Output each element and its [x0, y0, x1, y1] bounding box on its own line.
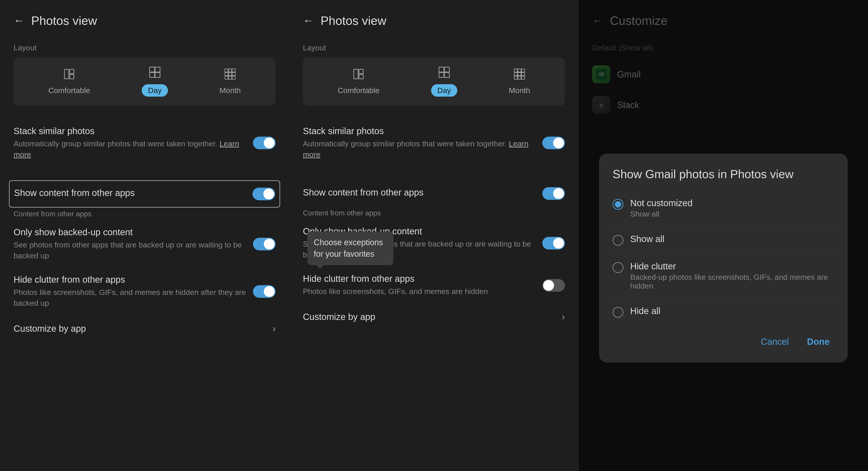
radio-btn-show-all — [613, 235, 623, 246]
backed-up-toggle-1[interactable] — [253, 238, 276, 250]
dialog-overlay: Show Gmail photos in Photos view Not cus… — [579, 0, 868, 471]
day-icon-2 — [438, 67, 450, 80]
customize-by-app-nav-1[interactable]: Customize by app › — [13, 315, 276, 342]
radio-not-customized[interactable]: Not customized Show all — [613, 193, 834, 224]
content-from-apps-label-1: Content from other apps — [13, 210, 276, 218]
radio-btn-hide-clutter — [613, 262, 623, 273]
svg-rect-13 — [225, 76, 228, 79]
panel2-title: Photos view — [320, 13, 386, 28]
layout-day-2[interactable]: Day — [431, 67, 457, 97]
backed-up-toggle-2[interactable] — [542, 237, 565, 249]
stack-similar-content-2: Stack similar photos Automatically group… — [303, 126, 542, 160]
svg-rect-26 — [514, 72, 518, 76]
day-icon-1 — [149, 67, 160, 80]
not-customized-sublabel: Show all — [630, 209, 692, 218]
radio-hide-clutter[interactable]: Hide clutter Backed-up photos like scree… — [613, 256, 834, 296]
layout-comfortable-2[interactable]: Comfortable — [338, 68, 379, 95]
svg-rect-11 — [228, 72, 232, 76]
hide-clutter-content-1: Hide clutter from other apps Photos like… — [13, 275, 253, 308]
stack-similar-desc-1: Automatically group similar photos that … — [13, 138, 246, 160]
stack-similar-toggle-2[interactable] — [542, 137, 565, 149]
stack-similar-setting-2[interactable]: Stack similar photos Automatically group… — [303, 119, 565, 167]
panel-photos-view-1: ← Photos view Layout Comfortable — [0, 0, 289, 471]
backed-up-setting-1[interactable]: Only show backed-up content See photos f… — [13, 221, 276, 268]
show-gmail-dialog: Show Gmail photos in Photos view Not cus… — [599, 154, 848, 362]
svg-rect-4 — [155, 67, 160, 72]
dialog-done-button[interactable]: Done — [802, 334, 834, 349]
radio-btn-hide-all — [613, 307, 623, 318]
dialog-title: Show Gmail photos in Photos view — [613, 167, 834, 181]
month-label-2: Month — [509, 86, 530, 95]
dialog-divider-3 — [613, 298, 834, 298]
svg-rect-28 — [522, 72, 525, 76]
hide-clutter-tooltip-2: Choose exceptions for your favorites — [307, 231, 393, 265]
back-button-1[interactable]: ← — [13, 15, 24, 26]
hide-clutter-thumb-1 — [264, 286, 275, 297]
show-content-title-1: Show content from other apps — [14, 188, 246, 198]
show-content-toggle-2[interactable] — [542, 187, 565, 200]
svg-rect-27 — [518, 72, 521, 76]
svg-rect-30 — [518, 76, 521, 79]
layout-month-1[interactable]: Month — [219, 68, 241, 95]
svg-rect-10 — [225, 72, 228, 76]
dialog-divider-1 — [613, 226, 834, 226]
content-from-apps-label-2: Content from other apps — [303, 209, 565, 217]
show-content-title-2: Show content from other apps — [303, 188, 535, 198]
svg-rect-9 — [232, 69, 235, 72]
customize-by-app-chevron-2: › — [562, 312, 565, 322]
hide-clutter-toggle-2[interactable] — [542, 279, 565, 292]
dialog-divider-2 — [613, 253, 834, 254]
backed-up-desc-1: See photos from other apps that are back… — [13, 240, 246, 261]
customize-by-app-chevron-1: › — [273, 324, 276, 334]
show-content-thumb-2 — [553, 188, 564, 199]
back-button-2[interactable]: ← — [303, 15, 314, 26]
hide-all-label: Hide all — [630, 306, 660, 316]
dialog-actions: Cancel Done — [613, 334, 834, 349]
hide-clutter-title-2: Hide clutter from other apps — [303, 274, 535, 284]
svg-rect-1 — [70, 69, 74, 74]
svg-rect-7 — [225, 69, 228, 72]
month-icon-1 — [224, 68, 236, 81]
backed-up-thumb-1 — [264, 239, 275, 249]
show-content-toggle-1[interactable] — [252, 188, 275, 200]
radio-hide-all[interactable]: Hide all — [613, 301, 834, 323]
layout-day-1[interactable]: Day — [142, 67, 168, 97]
svg-rect-18 — [359, 74, 363, 79]
show-content-content-2: Show content from other apps — [303, 188, 542, 200]
hide-clutter-setting-2[interactable]: Hide clutter from other apps Photos like… — [303, 267, 565, 304]
day-label-1: Day — [142, 84, 168, 97]
show-content-setting-1[interactable]: Show content from other apps — [9, 180, 280, 207]
radio-btn-not-customized — [613, 199, 623, 210]
hide-all-content: Hide all — [630, 306, 660, 316]
customize-by-app-label-2: Customize by app — [303, 312, 375, 322]
stack-similar-toggle-1[interactable] — [253, 137, 276, 149]
show-content-setting-2[interactable]: Show content from other apps — [303, 180, 565, 207]
hide-clutter-setting-1[interactable]: Hide clutter from other apps Photos like… — [13, 268, 276, 315]
stack-similar-learn-more-1[interactable]: Learn more — [13, 139, 239, 159]
stack-similar-thumb-1 — [264, 137, 275, 148]
panel1-header: ← Photos view — [13, 13, 276, 28]
stack-similar-setting-1[interactable]: Stack similar photos Automatically group… — [13, 119, 276, 167]
hide-clutter-toggle-1[interactable] — [253, 285, 276, 298]
customize-by-app-nav-2[interactable]: Customize by app › — [303, 304, 565, 330]
hide-clutter-dialog-label: Hide clutter — [630, 261, 834, 271]
month-label-1: Month — [219, 86, 241, 95]
layout-selector-1: Comfortable Day — [13, 58, 276, 106]
stack-similar-learn-more-2[interactable]: Learn more — [303, 139, 528, 159]
dialog-cancel-button[interactable]: Cancel — [756, 334, 794, 349]
layout-comfortable-1[interactable]: Comfortable — [49, 68, 90, 95]
svg-rect-0 — [64, 69, 69, 79]
not-customized-label: Not customized — [630, 198, 692, 208]
not-customized-content: Not customized Show all — [630, 198, 692, 218]
hide-clutter-desc-1: Photos like screenshots, GIFs, and memes… — [13, 287, 246, 308]
show-content-content-1: Show content from other apps — [14, 188, 252, 200]
svg-rect-3 — [150, 67, 155, 72]
comfortable-icon-2 — [353, 68, 364, 81]
hide-clutter-thumb-2 — [543, 280, 554, 291]
hide-clutter-content: Hide clutter Backed-up photos like scree… — [630, 261, 834, 290]
show-all-content: Show all — [630, 234, 664, 244]
radio-show-all[interactable]: Show all — [613, 229, 834, 251]
layout-section-label-1: Layout — [13, 43, 276, 52]
layout-month-2[interactable]: Month — [509, 68, 530, 95]
layout-section-label-2: Layout — [303, 43, 565, 52]
